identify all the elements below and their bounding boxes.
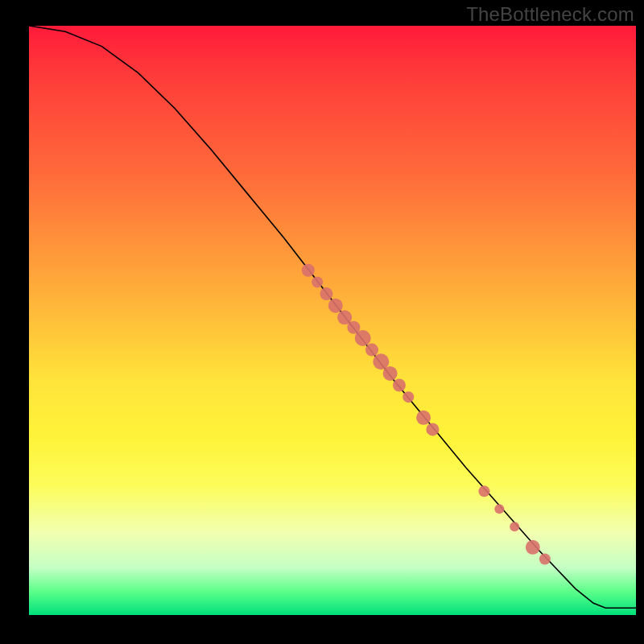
data-marker: [328, 299, 343, 313]
data-marker: [383, 366, 398, 381]
data-marker: [312, 276, 323, 287]
data-marker: [510, 522, 519, 531]
data-marker: [416, 411, 431, 425]
data-marker: [393, 379, 406, 392]
data-marker: [302, 264, 315, 277]
data-marker: [402, 391, 414, 402]
chart-svg: [29, 26, 636, 615]
chart-plot-area: [29, 26, 636, 615]
chart-frame: TheBottleneck.com: [0, 0, 644, 644]
data-marker: [365, 344, 378, 357]
bottleneck-curve: [29, 26, 636, 608]
watermark-label: TheBottleneck.com: [466, 3, 634, 26]
data-marker: [355, 330, 371, 346]
data-marker: [320, 287, 332, 300]
data-marker: [539, 553, 551, 564]
data-marker: [479, 485, 490, 497]
data-marker: [426, 423, 439, 436]
data-marker: [494, 504, 504, 514]
data-marker: [526, 540, 540, 555]
